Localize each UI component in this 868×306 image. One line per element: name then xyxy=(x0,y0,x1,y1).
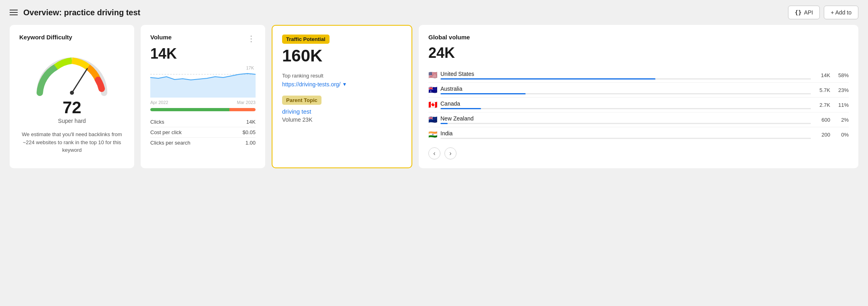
parent-topic-badge: Parent Topic xyxy=(282,96,321,105)
stat-value-cps: 1.00 xyxy=(230,138,256,148)
country-list: 🇺🇸 United States 14K 58% 🇦🇺 Australia 5.… xyxy=(428,68,849,142)
kd-score-label: Super hard xyxy=(58,118,86,124)
clicks-bar xyxy=(150,108,256,111)
top-ranking-url[interactable]: https://driving-tests.org/ ▼ xyxy=(282,81,402,88)
stat-label-clicks: Clicks xyxy=(150,117,230,127)
stat-label-cpc: Cost per click xyxy=(150,127,230,138)
more-menu-button[interactable]: ⋮ xyxy=(247,34,256,43)
country-bar xyxy=(440,78,811,80)
chart-date-row: Apr 2022 Mar 2023 xyxy=(150,100,256,105)
date-start: Apr 2022 xyxy=(150,100,168,105)
country-info: Canada xyxy=(440,100,811,109)
country-percent: 0% xyxy=(833,132,849,138)
volume-number: 14K xyxy=(150,45,256,62)
global-volume-number: 24K xyxy=(428,45,849,61)
page-title: Overview: practice driving test xyxy=(23,8,140,17)
country-row[interactable]: 🇳🇿 New Zealand 600 2% xyxy=(428,112,849,127)
country-row[interactable]: 🇦🇺 Australia 5.7K 23% xyxy=(428,83,849,98)
country-volume: 600 xyxy=(814,117,830,123)
volume-header: Volume ⋮ xyxy=(150,34,256,45)
country-bar-fill xyxy=(440,123,448,124)
country-name: United States xyxy=(440,71,811,77)
country-flag: 🇺🇸 xyxy=(428,71,437,80)
volume-stats-table: Clicks 14K Cost per click $0.05 Clicks p… xyxy=(150,117,256,148)
header: Overview: practice driving test {} API +… xyxy=(0,0,868,25)
country-flag: 🇨🇦 xyxy=(428,100,437,109)
clicks-bar-paid xyxy=(229,108,256,111)
country-volume: 5.7K xyxy=(814,87,830,93)
global-volume-card: Global volume 24K 🇺🇸 United States 14K 5… xyxy=(419,25,858,168)
stat-label-cps: Clicks per search xyxy=(150,138,230,148)
country-info: Australia xyxy=(440,86,811,94)
stat-value-clicks: 14K xyxy=(230,117,256,127)
country-percent: 58% xyxy=(833,72,849,78)
country-bar xyxy=(440,108,811,109)
kd-score: 72 xyxy=(63,99,82,116)
volume-card: Volume ⋮ 14K 17K Apr 2022 Mar 2023 xyxy=(141,25,265,168)
next-page-button[interactable]: › xyxy=(444,147,457,159)
country-row[interactable]: 🇮🇳 India 200 0% xyxy=(428,127,849,142)
api-button[interactable]: {} API xyxy=(788,6,820,19)
table-row: Cost per click $0.05 xyxy=(150,127,256,138)
country-info: United States xyxy=(440,71,811,80)
country-percent: 2% xyxy=(833,117,849,123)
country-bar xyxy=(440,123,811,124)
kd-card-title: Keyword Difficulty xyxy=(19,34,72,41)
country-bar-fill xyxy=(440,108,481,109)
country-name: New Zealand xyxy=(440,115,811,122)
country-percent: 11% xyxy=(833,102,849,108)
country-info: India xyxy=(440,130,811,139)
country-volume: 14K xyxy=(814,72,830,78)
addto-button[interactable]: + Add to xyxy=(824,6,858,19)
header-right: {} API + Add to xyxy=(788,6,858,19)
traffic-potential-badge: Traffic Potential xyxy=(282,35,330,44)
chart-max-label: 17K xyxy=(246,65,254,70)
gv-pagination: ‹ › xyxy=(428,147,849,159)
country-bar xyxy=(440,93,811,94)
volume-chart: 17K xyxy=(150,65,256,98)
country-row[interactable]: 🇺🇸 United States 14K 58% xyxy=(428,68,849,83)
kd-description: We estimate that you'll need backlinks f… xyxy=(19,131,125,154)
country-percent: 23% xyxy=(833,87,849,93)
country-flag: 🇦🇺 xyxy=(428,86,437,94)
country-info: New Zealand xyxy=(440,115,811,124)
vol-card-title: Volume xyxy=(150,34,172,41)
gv-card-title: Global volume xyxy=(428,34,849,41)
country-name: Canada xyxy=(440,100,811,107)
date-end: Mar 2023 xyxy=(237,100,256,105)
stat-value-cpc: $0.05 xyxy=(230,127,256,138)
keyword-difficulty-card: Keyword Difficulty 72 Super hard xyxy=(10,25,134,168)
prev-page-button[interactable]: ‹ xyxy=(428,147,440,159)
table-row: Clicks per search 1.00 xyxy=(150,138,256,148)
top-ranking-label: Top ranking result xyxy=(282,73,402,79)
api-icon: {} xyxy=(795,9,802,16)
svg-line-0 xyxy=(72,69,87,93)
clicks-bar-organic xyxy=(150,108,229,111)
country-volume: 200 xyxy=(814,132,830,138)
dropdown-arrow-icon: ▼ xyxy=(342,82,347,87)
svg-point-1 xyxy=(70,91,74,95)
country-name: Australia xyxy=(440,86,811,92)
parent-topic-volume: Volume 23K xyxy=(282,116,402,123)
header-left: Overview: practice driving test xyxy=(10,8,140,17)
cards-row: Keyword Difficulty 72 Super hard xyxy=(0,25,868,178)
menu-icon[interactable] xyxy=(10,10,18,15)
country-flag: 🇳🇿 xyxy=(428,115,437,124)
parent-topic-link[interactable]: driving test xyxy=(282,108,402,115)
country-name: India xyxy=(440,130,811,137)
traffic-potential-number: 160K xyxy=(282,46,402,65)
country-bar xyxy=(440,138,811,139)
kd-gauge xyxy=(32,49,112,97)
country-flag: 🇮🇳 xyxy=(428,130,437,139)
country-row[interactable]: 🇨🇦 Canada 2.7K 11% xyxy=(428,98,849,112)
country-bar-fill xyxy=(440,78,655,80)
table-row: Clicks 14K xyxy=(150,117,256,127)
country-bar-fill xyxy=(440,93,526,94)
traffic-potential-card: Traffic Potential 160K Top ranking resul… xyxy=(272,25,412,168)
country-volume: 2.7K xyxy=(814,102,830,108)
